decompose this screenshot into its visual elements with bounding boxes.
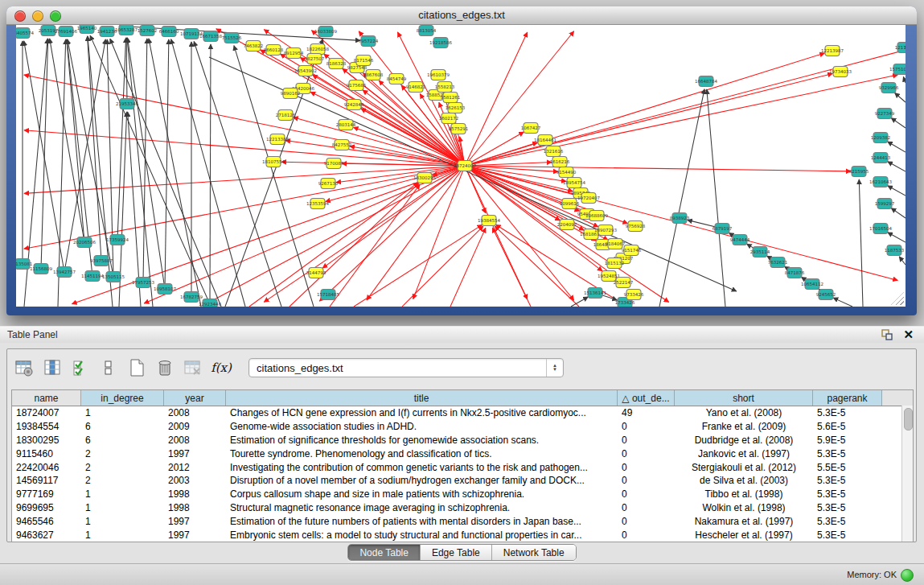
new-table-icon[interactable]	[126, 357, 147, 378]
citation-edge	[210, 44, 211, 304]
table-body: 1872400712008Changes of HCN gene express…	[12, 406, 913, 542]
node-label: 8912954	[284, 51, 304, 56]
citation-edge	[859, 179, 863, 307]
node-label: 10654112	[801, 282, 823, 286]
node-label: 15718485	[317, 292, 339, 297]
node-label: 16543902	[294, 68, 317, 73]
citation-edge	[326, 166, 465, 202]
table-chooser-dropdown[interactable]: citations_edges.txt ▲▼	[248, 358, 564, 377]
table-row[interactable]: 1456911722003Disruption of a novel membe…	[12, 474, 913, 488]
table-row[interactable]: 2242004622012Investigating the contribut…	[12, 460, 913, 474]
status-bar: Memory: OK	[0, 563, 924, 585]
tab-network-table[interactable]: Network Table	[492, 545, 576, 560]
citation-edge	[165, 39, 169, 289]
node-label: 19720407	[577, 196, 600, 200]
function-builder-icon[interactable]: f(x)	[211, 357, 232, 378]
node-label: 8471876	[785, 270, 805, 275]
column-header-short[interactable]: short	[675, 390, 813, 406]
node-label: 19218586	[429, 40, 452, 45]
citation-edge	[465, 31, 574, 166]
table-cell: 9115460	[12, 448, 81, 459]
table-cell: 5.3E-5	[813, 502, 882, 513]
table-cell: 0	[618, 529, 675, 541]
table-cell: Estimation of significance thresholds fo…	[226, 435, 618, 446]
node-label: 1244413	[871, 155, 891, 160]
node-label: 17359924	[106, 237, 129, 242]
vertical-scrollbar[interactable]	[901, 406, 913, 542]
tab-edge-table[interactable]: Edge Table	[421, 545, 492, 560]
table-row[interactable]: 946362711997Embryonic stem cells: a mode…	[12, 528, 913, 542]
tab-node-table[interactable]: Node Table	[348, 545, 421, 560]
node-label: 9474444	[730, 237, 750, 242]
table-header-row: namein_degreeyeartitle△ out_de...shortpa…	[12, 390, 913, 406]
table-cell: Embryonic stem cells: a model to study s…	[226, 529, 618, 541]
table-cell: Investigating the contribution of common…	[226, 462, 618, 473]
table-row[interactable]: 1938455462009Genome-wide association stu…	[12, 420, 913, 434]
node-label: 9154490	[556, 170, 577, 175]
delete-column-trash-icon[interactable]	[154, 357, 175, 378]
window-titlebar[interactable]: citations_edges.txt	[6, 6, 917, 25]
node-label: 8575291	[449, 126, 469, 131]
table-tabs: Node TableEdge TableNetwork Table	[0, 544, 924, 561]
citation-edge	[225, 39, 323, 307]
select-columns-icon[interactable]	[42, 357, 63, 378]
citation-edge	[319, 166, 465, 301]
column-header-title[interactable]: title	[226, 390, 618, 406]
column-header-pagerank[interactable]: pagerank	[813, 390, 882, 406]
table-cell: 2003	[164, 475, 226, 486]
column-header-out_de[interactable]: △ out_de...	[618, 390, 675, 406]
table-row[interactable]: 1830029562008Estimation of significance …	[12, 434, 913, 447]
float-panel-icon[interactable]	[881, 329, 893, 340]
citation-edge	[903, 76, 906, 83]
network-canvas[interactable]: 1840557420531972769140619651401941236106…	[16, 25, 906, 307]
table-row[interactable]: 977716911998Corpus callosum shape and si…	[12, 488, 913, 501]
table-cell: 2	[81, 475, 164, 486]
table-cell: Yano et al. (2008)	[675, 407, 813, 418]
node-label: 2718126	[276, 113, 296, 117]
table-cell: Franke et al. (2009)	[675, 421, 813, 432]
table-cell: 0	[618, 516, 675, 527]
row-height-icon[interactable]	[98, 357, 119, 378]
node-label: 2935114	[750, 249, 770, 254]
citation-edge	[126, 38, 127, 104]
table-cell: 5.3E-5	[813, 448, 882, 459]
node-label: 11548408	[904, 45, 906, 50]
table-row[interactable]: 946554611997Estimation of the future num…	[12, 514, 913, 528]
panel-title: Table Panel	[7, 329, 58, 340]
node-label: 1626153	[446, 105, 466, 110]
node-label: 7515526	[222, 35, 242, 40]
node-label: 21953346	[116, 101, 138, 106]
delete-table-icon[interactable]	[183, 357, 203, 378]
node-label: 7463822	[244, 43, 264, 48]
table-row[interactable]: 911546021997Tourette syndrome. Phenomeno…	[12, 447, 913, 460]
node-label: 1602172	[439, 116, 459, 121]
node-label: 9245652	[816, 292, 836, 297]
column-header-year[interactable]: year	[164, 390, 226, 406]
table-cell: 1	[81, 407, 164, 418]
citation-edge	[171, 39, 245, 307]
table-cell: 2	[81, 448, 164, 459]
node-label: 93975887	[90, 258, 113, 263]
scrollbar-thumb[interactable]	[904, 408, 913, 431]
node-label: 12213987	[821, 48, 844, 53]
table-settings-icon[interactable]	[14, 357, 35, 378]
column-header-in_degree[interactable]: in_degree	[81, 390, 164, 406]
node-label: 9184067	[606, 241, 626, 246]
table-row[interactable]: 1872400712008Changes of HCN gene express…	[12, 406, 913, 420]
citation-edge	[88, 36, 101, 261]
table-cell: 5.9E-5	[813, 435, 882, 446]
close-panel-icon[interactable]: ✕	[903, 328, 914, 342]
table-cell: 2012	[164, 462, 226, 473]
citation-edge	[888, 162, 906, 171]
table-cell: 5.5E-5	[813, 462, 882, 473]
citation-edge	[465, 75, 897, 166]
node-label: 27691406	[55, 29, 77, 34]
node-label: 13942757	[53, 270, 76, 274]
table-row[interactable]: 969969511998Structural magnetic resonanc…	[12, 501, 913, 515]
citation-edge	[127, 38, 153, 307]
table-cell: 19384554	[12, 421, 81, 432]
show-columns-checks-icon[interactable]	[70, 357, 91, 378]
citation-edge	[402, 226, 483, 307]
column-header-name[interactable]: name	[12, 390, 81, 406]
node-label: 15136141	[584, 290, 606, 295]
